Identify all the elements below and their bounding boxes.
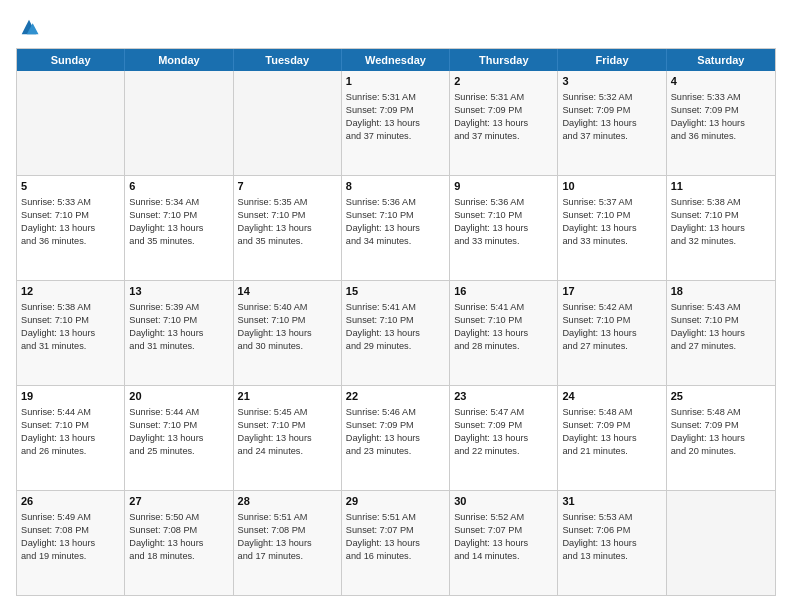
day-info: Daylight: 13 hours [346,117,445,130]
calendar-cell: 19Sunrise: 5:44 AMSunset: 7:10 PMDayligh… [17,386,125,490]
day-info: Daylight: 13 hours [454,222,553,235]
day-number: 13 [129,284,228,299]
day-info: Sunrise: 5:37 AM [562,196,661,209]
calendar-cell [234,71,342,175]
calendar-cell: 21Sunrise: 5:45 AMSunset: 7:10 PMDayligh… [234,386,342,490]
day-info: Sunset: 7:10 PM [21,419,120,432]
calendar-cell: 5Sunrise: 5:33 AMSunset: 7:10 PMDaylight… [17,176,125,280]
day-number: 19 [21,389,120,404]
day-info: Daylight: 13 hours [129,537,228,550]
day-number: 16 [454,284,553,299]
calendar-cell: 26Sunrise: 5:49 AMSunset: 7:08 PMDayligh… [17,491,125,595]
calendar-cell: 7Sunrise: 5:35 AMSunset: 7:10 PMDaylight… [234,176,342,280]
day-info: and 31 minutes. [129,340,228,353]
day-number: 4 [671,74,771,89]
day-info: Sunset: 7:10 PM [238,314,337,327]
day-info: Sunset: 7:10 PM [671,314,771,327]
day-info: and 24 minutes. [238,445,337,458]
day-info: Sunrise: 5:31 AM [454,91,553,104]
day-number: 7 [238,179,337,194]
calendar-cell: 23Sunrise: 5:47 AMSunset: 7:09 PMDayligh… [450,386,558,490]
day-info: Daylight: 13 hours [346,327,445,340]
day-number: 8 [346,179,445,194]
day-number: 18 [671,284,771,299]
day-info: Sunset: 7:09 PM [671,104,771,117]
day-number: 29 [346,494,445,509]
day-number: 17 [562,284,661,299]
calendar-cell: 22Sunrise: 5:46 AMSunset: 7:09 PMDayligh… [342,386,450,490]
day-info: and 16 minutes. [346,550,445,563]
day-info: Daylight: 13 hours [238,432,337,445]
day-number: 2 [454,74,553,89]
day-info: and 23 minutes. [346,445,445,458]
calendar-cell: 16Sunrise: 5:41 AMSunset: 7:10 PMDayligh… [450,281,558,385]
day-info: Daylight: 13 hours [21,327,120,340]
day-info: Sunrise: 5:44 AM [21,406,120,419]
calendar-row: 5Sunrise: 5:33 AMSunset: 7:10 PMDaylight… [17,175,775,280]
calendar-cell [125,71,233,175]
day-info: Sunset: 7:10 PM [346,314,445,327]
day-info: Sunset: 7:08 PM [129,524,228,537]
day-info: Sunrise: 5:45 AM [238,406,337,419]
day-info: Sunset: 7:09 PM [454,104,553,117]
day-info: Sunrise: 5:36 AM [454,196,553,209]
day-number: 14 [238,284,337,299]
day-number: 9 [454,179,553,194]
day-info: Daylight: 13 hours [454,327,553,340]
calendar-cell: 1Sunrise: 5:31 AMSunset: 7:09 PMDaylight… [342,71,450,175]
weekday-header: Thursday [450,49,558,71]
day-info: Daylight: 13 hours [129,432,228,445]
weekday-header: Monday [125,49,233,71]
day-info: and 37 minutes. [454,130,553,143]
day-info: Daylight: 13 hours [562,537,661,550]
day-number: 22 [346,389,445,404]
calendar-cell: 20Sunrise: 5:44 AMSunset: 7:10 PMDayligh… [125,386,233,490]
calendar-cell: 9Sunrise: 5:36 AMSunset: 7:10 PMDaylight… [450,176,558,280]
day-info: Sunrise: 5:48 AM [562,406,661,419]
day-info: Daylight: 13 hours [238,222,337,235]
day-info: Sunrise: 5:40 AM [238,301,337,314]
weekday-header: Sunday [17,49,125,71]
calendar-cell [667,491,775,595]
day-number: 1 [346,74,445,89]
day-info: Daylight: 13 hours [671,327,771,340]
logo [16,16,40,38]
day-info: Sunrise: 5:53 AM [562,511,661,524]
day-info: and 21 minutes. [562,445,661,458]
weekday-header: Friday [558,49,666,71]
day-info: and 27 minutes. [671,340,771,353]
day-info: and 36 minutes. [21,235,120,248]
day-info: Sunset: 7:10 PM [129,314,228,327]
day-info: and 27 minutes. [562,340,661,353]
day-number: 26 [21,494,120,509]
day-info: Sunrise: 5:51 AM [346,511,445,524]
day-number: 3 [562,74,661,89]
calendar-row: 26Sunrise: 5:49 AMSunset: 7:08 PMDayligh… [17,490,775,595]
calendar-cell: 25Sunrise: 5:48 AMSunset: 7:09 PMDayligh… [667,386,775,490]
day-info: Sunset: 7:10 PM [129,209,228,222]
day-info: and 31 minutes. [21,340,120,353]
day-info: and 17 minutes. [238,550,337,563]
day-number: 15 [346,284,445,299]
day-info: Sunrise: 5:32 AM [562,91,661,104]
day-info: Sunset: 7:10 PM [238,419,337,432]
day-info: Sunset: 7:10 PM [454,314,553,327]
day-number: 28 [238,494,337,509]
day-info: Sunset: 7:06 PM [562,524,661,537]
weekday-header: Wednesday [342,49,450,71]
day-info: Sunset: 7:09 PM [562,104,661,117]
day-info: Daylight: 13 hours [346,432,445,445]
day-info: Sunrise: 5:41 AM [454,301,553,314]
header [16,16,776,38]
day-info: Sunset: 7:10 PM [21,314,120,327]
day-info: and 35 minutes. [238,235,337,248]
day-info: Sunrise: 5:44 AM [129,406,228,419]
day-info: Sunset: 7:09 PM [346,419,445,432]
calendar-row: 1Sunrise: 5:31 AMSunset: 7:09 PMDaylight… [17,71,775,175]
calendar-cell: 2Sunrise: 5:31 AMSunset: 7:09 PMDaylight… [450,71,558,175]
day-number: 10 [562,179,661,194]
day-number: 11 [671,179,771,194]
calendar-cell: 24Sunrise: 5:48 AMSunset: 7:09 PMDayligh… [558,386,666,490]
calendar-cell: 8Sunrise: 5:36 AMSunset: 7:10 PMDaylight… [342,176,450,280]
day-info: and 28 minutes. [454,340,553,353]
